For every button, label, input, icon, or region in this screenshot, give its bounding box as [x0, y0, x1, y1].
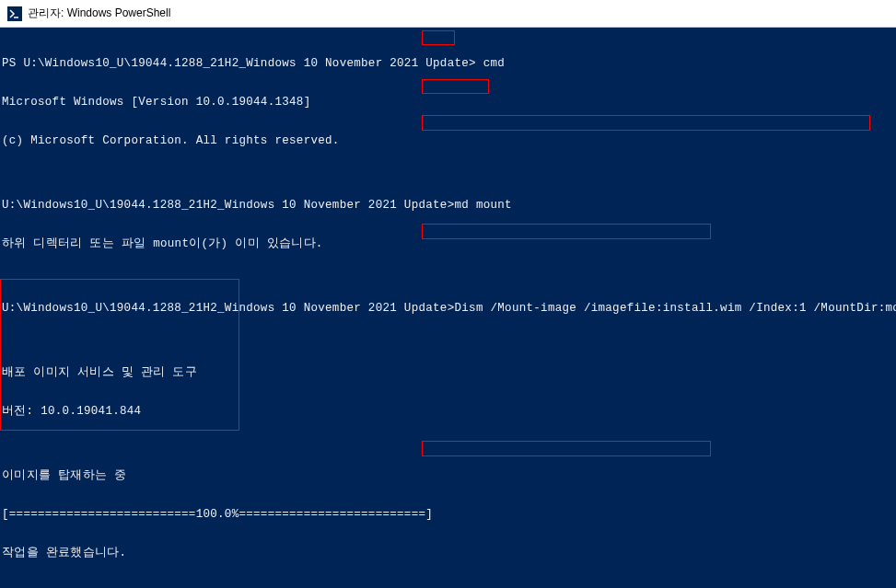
terminal-line: (c) Microsoft Corporation. All rights re…: [2, 134, 894, 147]
terminal-line: PS U:\Windows10_U\19044.1288_21H2_Window…: [2, 57, 894, 70]
terminal-line: [==========================100.0%=======…: [2, 508, 894, 521]
annotation-box-md-mount: [422, 79, 489, 94]
annotation-box-dism-unmount: [422, 441, 711, 456]
terminal-line: 작업을 완료했습니다.: [2, 547, 894, 559]
powershell-window: 관리자: Windows PowerShell PS U:\Windows10_…: [0, 0, 896, 588]
window-title: 관리자: Windows PowerShell: [28, 6, 170, 21]
terminal-line: 이미지를 탑재하는 중: [2, 469, 894, 482]
terminal-line: U:\Windows10_U\19044.1288_21H2_Windows 1…: [2, 302, 894, 315]
titlebar[interactable]: 관리자: Windows PowerShell: [0, 0, 896, 28]
terminal-line: 하위 디렉터리 또는 파일 mount이(가) 이미 있습니다.: [2, 237, 894, 250]
powershell-icon: [7, 6, 22, 21]
annotation-box-dism-mount: [422, 115, 870, 131]
terminal-output[interactable]: PS U:\Windows10_U\19044.1288_21H2_Window…: [0, 28, 896, 588]
terminal-line: Microsoft Windows [Version 10.0.19044.13…: [2, 96, 894, 109]
terminal-line: 배포 이미지 서비스 및 관리 도구: [2, 366, 894, 379]
terminal-line: 버전: 10.0.19041.844: [2, 405, 894, 418]
terminal-line: U:\Windows10_U\19044.1288_21H2_Windows 1…: [2, 199, 894, 212]
annotation-box-cmd: [422, 30, 455, 45]
